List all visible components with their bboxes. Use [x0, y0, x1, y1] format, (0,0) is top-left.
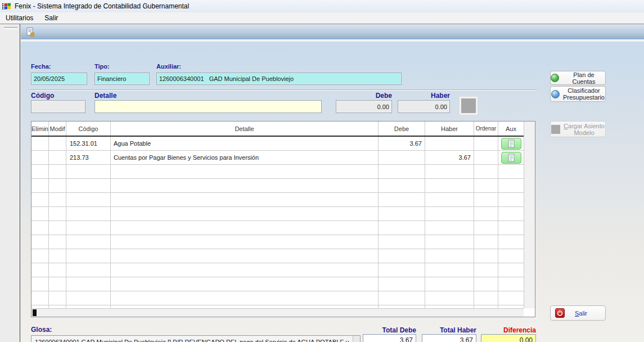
- aux-document-icon: [508, 140, 515, 148]
- haber-entry-label: Haber: [398, 92, 450, 100]
- diferencia-amount: 0.00: [520, 336, 533, 342]
- haber-entry-input[interactable]: 0.00: [398, 100, 450, 113]
- window-title: Fenix - Sistema Integrado de Contabilida…: [15, 2, 189, 10]
- clasificador-label: ClasificadorPresupuestario: [563, 87, 605, 101]
- total-debe-value: 3.67: [363, 334, 416, 342]
- entry-action-button[interactable]: [459, 96, 478, 115]
- clasificador-line2: Presupuestario: [563, 94, 605, 101]
- splitter-handle[interactable]: [4, 27, 17, 29]
- gray-square-icon: [461, 98, 476, 113]
- diferencia-value: 0.00: [481, 334, 536, 342]
- cargar-underline: C: [564, 123, 568, 129]
- grid-header: Elimin Modif Código Detalle Debe Haber O…: [31, 122, 524, 137]
- glosa-textarea[interactable]: 1260006340001 GAD Municipal De Pueblovie…: [31, 335, 361, 342]
- header-haber: Haber: [425, 122, 474, 136]
- grid-horizontal-scrollbar[interactable]: [31, 308, 524, 317]
- gray-square-icon: [551, 125, 560, 134]
- header-ordenar: Ordenar: [474, 122, 498, 136]
- salir-label: Salir: [575, 310, 587, 317]
- total-debe-label: Total Debe: [363, 326, 416, 334]
- codigo-entry-input[interactable]: [31, 100, 85, 113]
- aux-button[interactable]: [501, 152, 521, 164]
- header-codigo: Código: [66, 122, 111, 136]
- header-detalle: Detalle: [111, 122, 379, 136]
- plan-de-cuentas-button[interactable]: Plan de Cuentas: [550, 71, 606, 85]
- table-row[interactable]: [31, 291, 524, 305]
- content-area: Fecha: Tipo: Auxiliar: 20/05/2025 Financ…: [21, 24, 644, 342]
- left-sidebar-panel[interactable]: [0, 24, 20, 342]
- tipo-label: Tipo:: [94, 63, 110, 70]
- header-elimin: Elimin: [31, 122, 49, 136]
- fecha-input[interactable]: 20/05/2025: [31, 73, 87, 85]
- grid-scroll-area: Elimin Modif Código Detalle Debe Haber O…: [31, 122, 524, 308]
- codigo-entry-label: Código: [31, 92, 54, 100]
- table-row[interactable]: [31, 207, 524, 221]
- salir-rest: alir: [579, 310, 587, 317]
- total-haber-value: 3.67: [422, 334, 476, 342]
- detalle-entry-label: Detalle: [94, 92, 116, 100]
- detalle-entry-input[interactable]: [94, 100, 322, 113]
- diferencia-label: Diferencia: [481, 326, 536, 334]
- cargar-rest: argar Asiento: [568, 123, 605, 129]
- main-panel: Fecha: Tipo: Auxiliar: 20/05/2025 Financ…: [21, 42, 644, 342]
- titlebar: Fenix - Sistema Integrado de Contabilida…: [0, 0, 644, 12]
- table-body: 152.31.01Agua Potable3.67 213.73Cuentas …: [31, 137, 524, 308]
- haber-entry-value: 0.00: [435, 104, 447, 110]
- entries-grid: Elimin Modif Código Detalle Debe Haber O…: [31, 121, 535, 317]
- toolbar: [21, 24, 644, 40]
- plan-de-cuentas-label: Plan de Cuentas: [562, 71, 605, 85]
- journal-document-icon[interactable]: [25, 27, 35, 37]
- debe-entry-input[interactable]: 0.00: [336, 100, 392, 113]
- aux-button[interactable]: [501, 138, 521, 150]
- salir-button[interactable]: Salir: [550, 305, 606, 321]
- table-row[interactable]: 152.31.01Agua Potable3.67: [31, 137, 524, 151]
- glosa-text: 1260006340001 GAD Municipal De Pueblovie…: [35, 339, 349, 342]
- header-modif: Modif: [49, 122, 66, 136]
- table-row[interactable]: [31, 221, 524, 235]
- app-area: Fecha: Tipo: Auxiliar: 20/05/2025 Financ…: [0, 24, 644, 342]
- menubar: Utilitarios Salir: [0, 12, 644, 24]
- green-sphere-icon: [551, 74, 559, 82]
- table-row[interactable]: [31, 277, 524, 291]
- fecha-label: Fecha:: [31, 63, 51, 70]
- table-row[interactable]: [31, 249, 524, 263]
- aux-document-icon: [508, 154, 515, 162]
- blue-sphere-icon: [551, 90, 560, 98]
- total-haber-label: Total Haber: [422, 326, 476, 334]
- table-row[interactable]: [31, 235, 524, 249]
- separator-line: [28, 89, 537, 91]
- debe-entry-label: Debe: [336, 92, 392, 100]
- fecha-value: 20/05/2025: [34, 75, 65, 82]
- grid-vertical-scrollbar[interactable]: [524, 122, 535, 308]
- power-icon: [555, 308, 565, 318]
- tipo-input[interactable]: Financiero: [94, 73, 150, 85]
- total-haber-amount: 3.67: [460, 336, 473, 342]
- app-window: Fenix - Sistema Integrado de Contabilida…: [0, 0, 644, 342]
- auxiliar-value: 1260006340001 GAD Municipal De Pueblovie…: [159, 75, 294, 82]
- header-aux: Aux: [498, 122, 524, 136]
- table-row[interactable]: [31, 263, 524, 277]
- cargar-asiento-label: Cargar AsientoModelo: [564, 123, 605, 136]
- menu-utilitarios[interactable]: Utilitarios: [0, 12, 39, 24]
- app-logo-icon: [2, 2, 11, 11]
- table-row[interactable]: 213.73Cuentas por Pagar Bienes y Servici…: [31, 151, 524, 165]
- total-debe-amount: 3.67: [400, 336, 413, 342]
- auxiliar-label: Auxiliar:: [156, 63, 181, 70]
- menu-salir[interactable]: Salir: [39, 12, 64, 24]
- table-row[interactable]: [31, 165, 524, 179]
- cargar-asiento-modelo-button[interactable]: Cargar AsientoModelo: [550, 121, 606, 137]
- table-row[interactable]: [31, 193, 524, 207]
- debe-entry-value: 0.00: [377, 104, 389, 110]
- glosa-label: Glosa:: [31, 326, 52, 334]
- glosa-scrollbar[interactable]: [353, 336, 360, 342]
- auxiliar-input[interactable]: 1260006340001 GAD Municipal De Pueblovie…: [156, 73, 402, 85]
- header-debe: Debe: [379, 122, 425, 136]
- grid-hscroll-thumb[interactable]: [33, 309, 37, 316]
- clasificador-line1: Clasificador: [568, 87, 600, 94]
- cargar-line2: Modelo: [574, 129, 594, 136]
- clasificador-presupuestario-button[interactable]: ClasificadorPresupuestario: [550, 86, 606, 102]
- tipo-value: Financiero: [97, 75, 126, 82]
- table-row[interactable]: [31, 179, 524, 193]
